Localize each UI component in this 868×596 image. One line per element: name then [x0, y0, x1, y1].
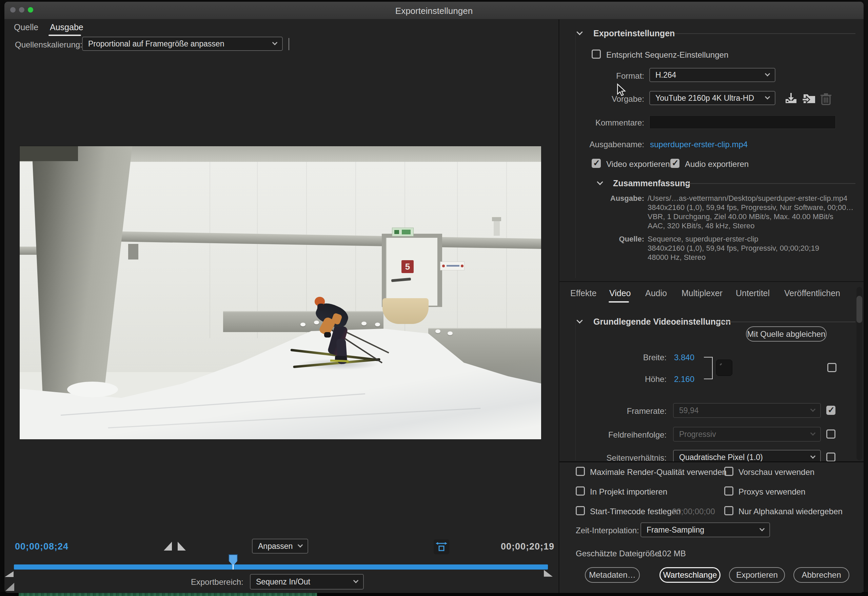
use-proxies-checkbox[interactable] [724, 487, 734, 495]
format-select[interactable]: H.264 [649, 68, 775, 82]
framerate-value: 59,94 [679, 406, 699, 415]
queue-button[interactable]: Warteschlange [660, 567, 720, 583]
export-range-label: Exportbereich: [191, 577, 244, 587]
framerate-label: Framerate: [559, 407, 667, 416]
start-timecode-value[interactable]: 00;00;00;00 [672, 507, 715, 516]
output-name-link[interactable]: superduper-erster-clip.mp4 [650, 140, 748, 149]
chevron-down-icon [298, 543, 303, 548]
cancel-button[interactable]: Abbrechen [793, 567, 849, 583]
field-order-value: Progressiv [679, 430, 716, 439]
save-preset-icon[interactable] [784, 92, 798, 105]
delete-preset-icon[interactable] [820, 92, 832, 105]
aspect-value: Quadratische Pixel (1.0) [679, 453, 763, 462]
tab-ausgabe[interactable]: Ausgabe [50, 22, 83, 32]
preset-label: Vorgabe: [559, 94, 644, 104]
match-sequence-label: Entspricht Sequenz-Einstellungen [606, 50, 728, 60]
summary-title: Zusammenfassung [613, 179, 690, 188]
match-sequence-checkbox[interactable] [592, 50, 601, 59]
framerate-select[interactable]: 59,94 [673, 403, 821, 418]
skier-face [317, 303, 325, 311]
toolbar-divider [289, 38, 289, 50]
export-video-checkbox[interactable] [592, 159, 601, 168]
preset-select[interactable]: YouTube 2160p 4K Ultra-HD [649, 91, 775, 105]
tab-effekte[interactable]: Effekte [570, 288, 596, 298]
dimension-bracket [704, 357, 713, 379]
max-render-quality-checkbox[interactable] [576, 467, 585, 476]
preview-zoom-value: Anpassen [258, 542, 292, 551]
aspect-override-checkbox[interactable] [826, 453, 836, 462]
export-range-select[interactable]: Sequenz In/Out [250, 574, 364, 590]
format-label: Format: [559, 71, 644, 81]
tab-video[interactable]: Video [609, 288, 631, 298]
use-proxies-label: Proxys verwenden [738, 487, 805, 497]
estimated-size-label: Geschätzte Dateigröße: [576, 549, 661, 558]
chevron-down-icon [810, 430, 816, 436]
chevron-down-icon [765, 71, 771, 77]
source-scaling-select[interactable]: Proportional auf Framegröße anpassen [82, 37, 283, 51]
dimensions-override-checkbox[interactable] [827, 363, 837, 372]
render-alpha-only-checkbox[interactable] [724, 506, 734, 515]
width-label: Breite: [559, 353, 667, 362]
background-app-left-strip [0, 0, 4, 596]
summary-output-line: /Users/…as-vettermann/Desktop/superduper… [648, 194, 847, 203]
snow-clump [447, 331, 453, 335]
time-interpolation-value: Frame-Sampling [647, 525, 704, 535]
comments-input[interactable] [649, 115, 836, 129]
export-audio-checkbox[interactable] [670, 159, 679, 168]
import-preset-icon[interactable] [801, 92, 816, 105]
set-start-timecode-checkbox[interactable] [576, 506, 585, 515]
link-icon [716, 360, 725, 369]
width-value[interactable]: 3.840 [674, 353, 694, 362]
export-settings-title: Exporteinstellungen [593, 28, 675, 38]
chevron-down-icon [353, 578, 359, 583]
skier [288, 296, 396, 380]
summary-source-label: Quelle: [559, 235, 644, 244]
section-rule [715, 322, 855, 322]
tabbar-top-border [559, 281, 864, 282]
tab-untertitel[interactable]: Untertitel [736, 288, 770, 298]
tab-video-underline [609, 301, 629, 303]
preview-zoom-select[interactable]: Anpassen [252, 539, 308, 554]
import-into-project-checkbox[interactable] [576, 487, 585, 495]
wall-notice-sign [440, 262, 465, 271]
match-source-button[interactable]: Mit Quelle abgleichen [746, 326, 827, 342]
video-preview-frame: 5 [19, 146, 542, 440]
tab-multiplexer[interactable]: Multiplexer [682, 288, 723, 298]
time-interpolation-label: Zeit-Interpolation: [576, 526, 639, 535]
fit-frame-button[interactable] [434, 539, 449, 554]
comments-label: Kommentare: [559, 118, 644, 127]
current-timecode[interactable]: 00;00;08;24 [15, 541, 68, 552]
tab-veroeffentlichen[interactable]: Veröffentlichen [784, 288, 840, 298]
wall-seam [457, 162, 458, 338]
time-interpolation-select[interactable]: Frame-Sampling [641, 522, 770, 537]
roof-beam-corner [20, 146, 78, 161]
video-settings-title: Grundlegende Videoeinstellungen [593, 317, 731, 327]
render-alpha-only-label: Nur Alphakanal wiedergeben [738, 507, 843, 516]
mouse-cursor [616, 83, 627, 98]
export-audio-label: Audio exportieren [685, 160, 748, 169]
summary-output-line: AAC, 320 KBit/s, 48 kHz, Stereo [648, 222, 754, 230]
chevron-down-icon [272, 40, 278, 46]
tab-audio[interactable]: Audio [645, 288, 667, 298]
field-order-override-checkbox[interactable] [826, 429, 836, 439]
wall-pipe [494, 220, 500, 236]
field-order-select[interactable]: Progressiv [673, 427, 821, 442]
section-rule [675, 33, 855, 34]
wall-pipe-cap [492, 217, 501, 221]
summary-source-line: Sequence, superduper-erster-clip [648, 235, 759, 244]
preset-value: YouTube 2160p 4K Ultra-HD [655, 94, 754, 103]
link-dimensions-button[interactable] [716, 359, 732, 376]
summary-output-label: Ausgabe: [559, 194, 644, 203]
wall-seam [210, 162, 210, 338]
snow-clump [435, 329, 440, 333]
height-value[interactable]: 2.160 [674, 374, 694, 384]
metadata-button[interactable]: Metadaten… [585, 567, 640, 583]
use-previews-checkbox[interactable] [724, 467, 734, 476]
tab-quelle[interactable]: Quelle [14, 22, 38, 32]
framerate-override-checkbox[interactable] [826, 406, 836, 415]
timeline-scrubber[interactable] [14, 565, 548, 569]
duration-timecode: 00;00;20;19 [501, 541, 554, 552]
scrollbar-thumb[interactable] [856, 296, 862, 323]
height-label: Höhe: [559, 374, 667, 384]
export-button[interactable]: Exportieren [729, 567, 785, 583]
